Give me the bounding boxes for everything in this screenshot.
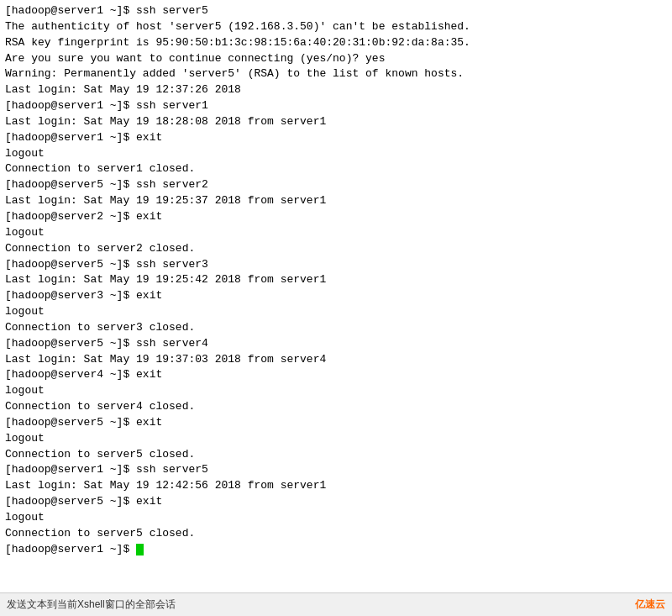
terminal-line: logout: [5, 146, 667, 162]
terminal-line: logout: [5, 431, 667, 447]
terminal-line: logout: [5, 304, 667, 320]
terminal-line: [hadoop@server5 ~]$ ssh server3: [5, 257, 667, 273]
terminal-line: Connection to server4 closed.: [5, 399, 667, 415]
terminal-line: Last login: Sat May 19 19:25:42 2018 fro…: [5, 272, 667, 288]
terminal-line: Connection to server2 closed.: [5, 241, 667, 257]
terminal-line: [hadoop@server4 ~]$ exit: [5, 367, 667, 383]
terminal-line: RSA key fingerprint is 95:90:50:b1:3c:98…: [5, 35, 667, 51]
terminal-line: [hadoop@server5 ~]$ exit: [5, 415, 667, 431]
terminal-line: Connection to server3 closed.: [5, 320, 667, 336]
terminal-line: [hadoop@server1 ~]$ ssh server5: [5, 462, 667, 478]
terminal-line: [hadoop@server1 ~]$ exit: [5, 130, 667, 146]
terminal-line: Last login: Sat May 19 19:37:03 2018 fro…: [5, 352, 667, 368]
terminal-line: Connection to server5 closed.: [5, 526, 667, 542]
terminal-line: Last login: Sat May 19 18:28:08 2018 fro…: [5, 114, 667, 130]
status-bar: 发送文本到当前Xshell窗口的全部会话 亿速云: [0, 592, 672, 616]
terminal-line: [hadoop@server2 ~]$ exit: [5, 209, 667, 225]
terminal-line: The authenticity of host 'server5 (192.1…: [5, 19, 667, 35]
terminal-cursor: [136, 544, 144, 555]
terminal-line: Connection to server1 closed.: [5, 161, 667, 177]
terminal-line: [hadoop@server5 ~]$ exit: [5, 494, 667, 510]
terminal-window: [hadoop@server1 ~]$ ssh server5The authe…: [0, 0, 672, 616]
status-text: 发送文本到当前Xshell窗口的全部会话: [7, 598, 176, 612]
brand-logo: 亿速云: [635, 598, 665, 612]
terminal-line: [hadoop@server1 ~]$ ssh server1: [5, 98, 667, 114]
terminal-line: logout: [5, 225, 667, 241]
terminal-body[interactable]: [hadoop@server1 ~]$ ssh server5The authe…: [0, 0, 672, 592]
terminal-line: [hadoop@server1 ~]$ ssh server5: [5, 3, 667, 19]
terminal-line: [hadoop@server5 ~]$ ssh server4: [5, 336, 667, 352]
terminal-line: [hadoop@server3 ~]$ exit: [5, 288, 667, 304]
terminal-line: Last login: Sat May 19 19:25:37 2018 fro…: [5, 193, 667, 209]
terminal-line: Are you sure you want to continue connec…: [5, 51, 667, 67]
terminal-line: Last login: Sat May 19 12:42:56 2018 fro…: [5, 478, 667, 494]
terminal-line: Connection to server5 closed.: [5, 447, 667, 463]
terminal-line: [hadoop@server1 ~]$: [5, 542, 667, 558]
terminal-line: logout: [5, 510, 667, 526]
terminal-line: Last login: Sat May 19 12:37:26 2018: [5, 82, 667, 98]
terminal-line: [hadoop@server5 ~]$ ssh server2: [5, 177, 667, 193]
terminal-line: logout: [5, 383, 667, 399]
terminal-line: Warning: Permanently added 'server5' (RS…: [5, 66, 667, 82]
